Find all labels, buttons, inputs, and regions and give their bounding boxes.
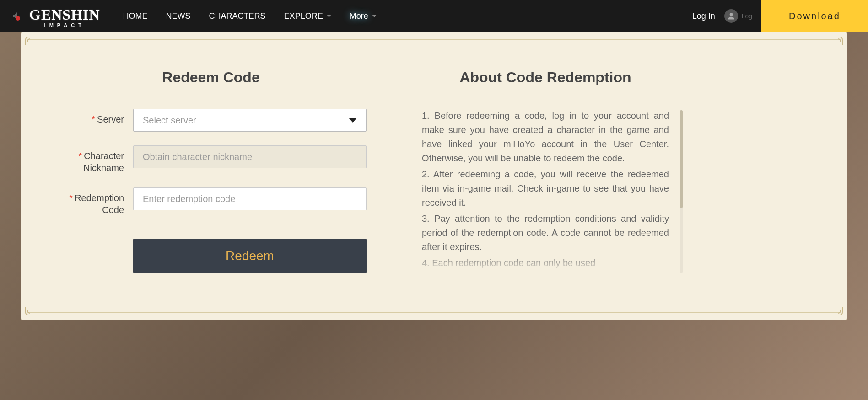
nav-characters-label: CHARACTERS xyxy=(209,11,266,21)
nickname-input-wrap xyxy=(133,145,367,168)
chevron-down-icon xyxy=(372,15,377,17)
nickname-label: *Character Nickname xyxy=(55,145,124,174)
required-indicator: * xyxy=(92,114,95,124)
code-row: *Redemption Code xyxy=(55,187,367,216)
required-indicator: * xyxy=(69,193,73,203)
redeem-card: Redeem Code *Server Select server *Ch xyxy=(21,32,847,320)
redeem-button[interactable]: Redeem xyxy=(133,239,367,273)
divider xyxy=(394,74,394,287)
code-label: *Redemption Code xyxy=(55,187,124,216)
chevron-down-icon xyxy=(349,118,357,123)
about-title: About Code Redemption xyxy=(422,69,669,86)
submit-row: Redeem xyxy=(55,229,367,273)
about-p2: 2. After redeeming a code, you will rece… xyxy=(422,167,669,210)
main-nav: HOME NEWS CHARACTERS EXPLORE More xyxy=(123,11,692,21)
nav-more-label: More xyxy=(350,11,368,21)
about-p3: 3. Pay attention to the redemption condi… xyxy=(422,212,669,254)
card-content: Redeem Code *Server Select server *Ch xyxy=(37,46,831,296)
nickname-label-text: Character Nickname xyxy=(83,151,124,173)
server-placeholder: Select server xyxy=(143,115,196,126)
nav-explore[interactable]: EXPLORE xyxy=(284,11,331,21)
redeem-form: Redeem Code *Server Select server *Ch xyxy=(55,69,367,287)
nav-characters[interactable]: CHARACTERS xyxy=(209,11,266,21)
logo[interactable]: GENSHIN IMPACT xyxy=(29,4,100,28)
header: GENSHIN IMPACT HOME NEWS CHARACTERS EXPL… xyxy=(0,0,868,32)
nav-home-label: HOME xyxy=(123,11,148,21)
scrollbar[interactable] xyxy=(680,110,683,273)
server-select[interactable]: Select server xyxy=(133,109,367,132)
login-link[interactable]: Log In xyxy=(692,11,715,21)
corner-decoration-icon xyxy=(827,300,843,316)
header-right: Log In Log Download xyxy=(692,0,859,32)
download-button[interactable]: Download xyxy=(761,0,868,32)
required-indicator: * xyxy=(78,151,82,161)
logo-sub: IMPACT xyxy=(44,22,85,28)
svg-point-0 xyxy=(729,13,733,16)
submit-wrap: Redeem xyxy=(133,229,367,273)
server-label-text: Server xyxy=(97,114,124,124)
sound-icon[interactable] xyxy=(9,11,20,21)
logo-main: GENSHIN xyxy=(29,6,100,23)
nav-home[interactable]: HOME xyxy=(123,11,148,21)
server-input-wrap: Select server xyxy=(133,109,367,132)
mute-indicator-icon xyxy=(16,16,20,21)
server-row: *Server Select server xyxy=(55,109,367,132)
form-title: Redeem Code xyxy=(55,69,367,86)
nickname-field[interactable] xyxy=(133,145,367,168)
chevron-down-icon xyxy=(327,15,331,17)
redemption-code-field[interactable] xyxy=(133,187,367,210)
content: Redeem Code *Server Select server *Ch xyxy=(0,32,868,320)
about-p4: 4. Each redemption code can only be used xyxy=(422,256,669,270)
about-panel: About Code Redemption 1. Before redeemin… xyxy=(422,69,669,287)
nav-more[interactable]: More xyxy=(350,11,377,21)
about-content: 1. Before redeeming a code, log in to yo… xyxy=(422,109,669,272)
nav-news[interactable]: NEWS xyxy=(166,11,191,21)
code-label-text: Redemption Code xyxy=(75,193,124,215)
avatar-hint: Log xyxy=(742,12,752,20)
nickname-row: *Character Nickname xyxy=(55,145,367,174)
scrollbar-thumb[interactable] xyxy=(680,110,683,208)
nav-news-label: NEWS xyxy=(166,11,191,21)
nav-explore-label: EXPLORE xyxy=(284,11,323,21)
corner-decoration-icon xyxy=(25,300,41,316)
code-input-wrap xyxy=(133,187,367,210)
avatar[interactable] xyxy=(724,9,738,23)
server-label: *Server xyxy=(55,109,124,125)
about-p1: 1. Before redeeming a code, log in to yo… xyxy=(422,109,669,165)
spacer xyxy=(55,229,124,234)
